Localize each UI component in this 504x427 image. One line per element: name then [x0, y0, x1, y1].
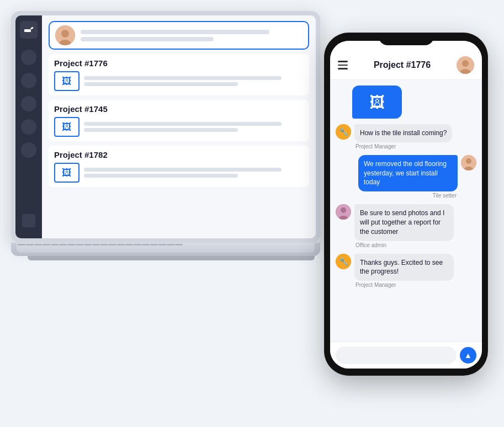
- project-thumb-1745: 🖼: [54, 117, 79, 137]
- message-4: 🔧 Thanks guys. Excited to see the progre…: [336, 254, 476, 289]
- msg-avatar-pm-1: 🔧: [336, 124, 351, 140]
- wrench-icon-1: 🔧: [336, 124, 351, 140]
- svg-point-6: [462, 60, 469, 67]
- send-icon: ▲: [464, 351, 472, 360]
- svg-text:🔧: 🔧: [339, 257, 349, 266]
- user-avatar: [55, 25, 75, 45]
- msg-avatar-office-admin: [336, 204, 351, 220]
- key-19: [167, 244, 174, 245]
- ham-line-3: [338, 68, 348, 70]
- key-15: [134, 244, 141, 245]
- sidebar-nav-3[interactable]: [21, 96, 36, 111]
- phone-input-bar: ▲: [330, 341, 482, 369]
- key-12: [109, 244, 116, 245]
- svg-point-3: [61, 30, 69, 38]
- tile-setter-avatar: [461, 155, 476, 170]
- project-lines-1745: [84, 122, 304, 132]
- message-3: Be sure to send photos and I will put to…: [336, 204, 476, 248]
- svg-text:🔧: 🔧: [339, 127, 349, 137]
- key-9: [84, 244, 92, 245]
- key-3: [34, 244, 42, 245]
- key-17: [150, 244, 158, 245]
- laptop-screen: Project #1776 🖼 Project #1745: [11, 11, 320, 243]
- laptop-base: [11, 243, 320, 256]
- phone-header-title: Project #1776: [374, 60, 431, 70]
- project-title-1782: Project #1782: [54, 150, 304, 159]
- proj-line-6: [84, 174, 238, 178]
- proj-line-3: [84, 122, 282, 126]
- svg-rect-0: [24, 29, 31, 32]
- ham-line-2: [338, 65, 348, 66]
- key-14: [125, 244, 133, 245]
- sidebar-nav-2[interactable]: [21, 73, 36, 88]
- key-7: [67, 244, 75, 245]
- laptop-keyboard: [17, 243, 315, 253]
- msg-content-4: Thanks guys. Excited to see the progress…: [354, 254, 454, 289]
- project-row-1745: 🖼: [54, 117, 304, 137]
- key-16: [142, 244, 150, 245]
- topbar-info: [81, 30, 303, 41]
- sidebar-nav-5[interactable]: [21, 142, 36, 158]
- chat-image-message: 🖼: [352, 86, 402, 119]
- project-thumb-1782: 🖼: [54, 163, 79, 183]
- laptop-topbar[interactable]: [49, 21, 309, 50]
- msg-avatar-tile-setter: [461, 155, 476, 170]
- hamburger-menu-icon[interactable]: [338, 61, 348, 70]
- laptop-main-content: Project #1776 🖼 Project #1745: [42, 15, 316, 238]
- project-item-1782[interactable]: Project #1782 🖼: [49, 146, 309, 187]
- project-row-1776: 🖼: [54, 71, 304, 91]
- project-title-1745: Project #1745: [54, 104, 304, 114]
- msg-sender-3: Office admin: [356, 242, 454, 248]
- phone-notch: [379, 33, 434, 45]
- project-item-1776[interactable]: Project #1776 🖼: [49, 54, 309, 95]
- project-lines-1776: [84, 76, 304, 86]
- proj-line-5: [84, 168, 282, 172]
- message-input[interactable]: [336, 346, 457, 364]
- key-10: [92, 244, 100, 245]
- laptop-foot: [28, 256, 315, 260]
- header-avatar-face: [457, 56, 474, 74]
- msg-content-3: Be sure to send photos and I will put to…: [354, 204, 454, 248]
- sidebar-nav-1[interactable]: [21, 50, 36, 65]
- project-title-1776: Project #1776: [54, 58, 304, 68]
- svg-rect-1: [30, 27, 34, 30]
- office-admin-avatar: [336, 204, 351, 220]
- project-row-1782: 🖼: [54, 163, 304, 183]
- msg-avatar-pm-2: 🔧: [336, 254, 351, 269]
- topbar-line-2: [81, 37, 214, 41]
- project-lines-1782: [84, 168, 304, 178]
- chat-messages: 🖼 🔧 How is the tile install coming? Proj…: [330, 80, 482, 341]
- msg-sender-2: Tile setter: [432, 193, 457, 199]
- key-8: [76, 244, 83, 245]
- bubble-3: Be sure to send photos and I will put to…: [354, 204, 454, 241]
- key-20: [175, 244, 183, 245]
- project-item-1745[interactable]: Project #1745 🖼: [49, 100, 309, 141]
- proj-line-1: [84, 76, 282, 80]
- wrench-icon-2: 🔧: [336, 254, 351, 269]
- project-thumb-1776: 🖼: [54, 71, 79, 91]
- image-placeholder-icon-1776: 🖼: [62, 76, 72, 87]
- msg-sender-1: Project Manager: [356, 143, 452, 150]
- proj-line-4: [84, 128, 238, 132]
- msg-content-2: We removed the old flooring yesterday, w…: [358, 155, 458, 199]
- proj-line-2: [84, 82, 238, 86]
- bubble-1: How is the tile install coming?: [354, 124, 452, 142]
- msg-content-1: How is the tile install coming? Project …: [354, 124, 452, 150]
- hammer-icon: [23, 24, 34, 35]
- image-placeholder-icon-1782: 🖼: [62, 167, 72, 179]
- svg-point-14: [341, 207, 346, 213]
- bell-icon[interactable]: [22, 214, 35, 227]
- key-13: [117, 244, 125, 245]
- key-11: [100, 244, 108, 245]
- key-2: [26, 244, 34, 245]
- msg-sender-4: Project Manager: [356, 282, 454, 288]
- image-placeholder-icon-1745: 🖼: [62, 121, 72, 133]
- app-logo-icon: [20, 21, 38, 39]
- sidebar-nav-4[interactable]: [21, 119, 36, 135]
- bubble-2: We removed the old flooring yesterday, w…: [358, 155, 458, 191]
- key-18: [158, 244, 166, 245]
- laptop-sidebar: [15, 15, 42, 238]
- laptop-screen-inner: Project #1776 🖼 Project #1745: [15, 15, 316, 238]
- send-button[interactable]: ▲: [460, 347, 476, 364]
- key-5: [51, 244, 59, 245]
